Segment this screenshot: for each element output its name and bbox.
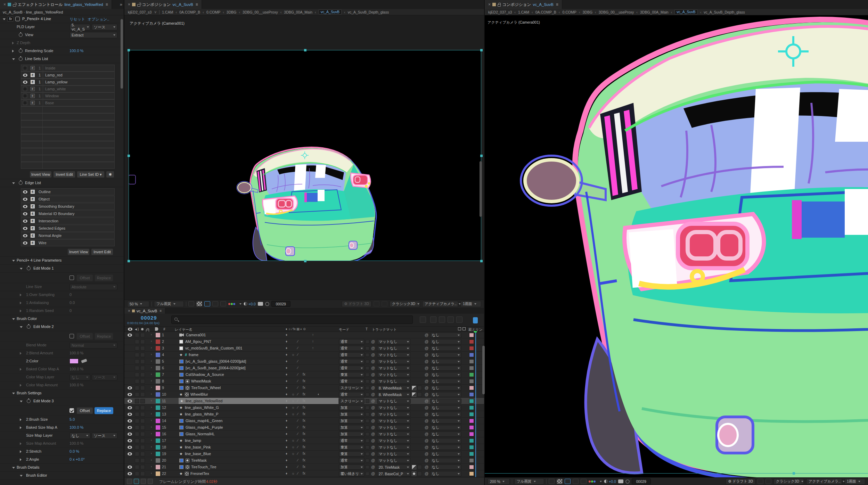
switch-anchor[interactable]: ↑ [312, 346, 314, 350]
invert-edit-button[interactable]: Invert Edit [53, 171, 75, 178]
twirl-closed-icon[interactable] [20, 418, 22, 421]
switch-fx[interactable]: fx [303, 379, 305, 383]
blend-mode-dropdown[interactable]: スクリーン [339, 398, 365, 404]
フル画質-dropdown[interactable]: フル画質 [154, 301, 184, 307]
stopwatch-icon[interactable] [27, 266, 31, 270]
track-matte-dropdown[interactable]: マットなし [377, 445, 411, 450]
breadcrumb-item[interactable]: 3DBG_00A_Main [284, 10, 312, 14]
stopwatch-icon[interactable] [27, 325, 31, 329]
blend-mode-dropdown[interactable]: 通常 [339, 339, 365, 344]
switch-slash[interactable]: ∕ [297, 432, 298, 436]
stage-scrollbar[interactable] [480, 161, 482, 217]
expand-arrow[interactable]: › [151, 346, 152, 350]
layer-row[interactable]: ›15Glass_mapHL_Purple♦∕fx加算@マットなし@なし [124, 424, 484, 431]
blend-mode-dropdown[interactable]: 加算 [339, 431, 365, 437]
comp-stage[interactable]: アクティブカメラ (Camera001) [124, 15, 484, 299]
layer-row[interactable]: ›17★line_lamp♦☼∕fx通常@マットなし@なし [124, 437, 484, 444]
switch-fx[interactable]: fx [303, 438, 305, 442]
track-matte-dropdown[interactable]: マットなし [377, 431, 411, 437]
parent-dropdown[interactable]: なし [430, 458, 461, 463]
layer-name[interactable]: AM_8gou_PNT [179, 338, 211, 345]
grid-icon[interactable] [188, 301, 194, 306]
parent-dropdown[interactable]: なし [430, 471, 461, 476]
switch-q[interactable]: ♦ [286, 412, 287, 416]
expand-arrow[interactable]: › [151, 419, 152, 422]
close-icon[interactable]: × [488, 2, 491, 7]
invert-view-button[interactable]: Invert View [30, 171, 52, 178]
switch-slash[interactable]: ∕ [297, 405, 298, 409]
switch-slash[interactable]: ∕ [297, 339, 298, 343]
edge-row[interactable]: EOutline [21, 188, 115, 195]
pickwhip-icon[interactable]: @ [425, 366, 428, 370]
twirl-closed-icon[interactable] [20, 352, 22, 355]
breadcrumb-item[interactable]: kjED2_037_s3 [488, 10, 512, 14]
line-set-row[interactable]: E1Lamp_white [21, 85, 115, 92]
expand-arrow[interactable]: › [151, 366, 152, 369]
expand-arrow[interactable]: › [151, 405, 152, 409]
checkbox[interactable] [69, 334, 74, 338]
line-set-row[interactable]: E1Lamp_red [21, 72, 115, 79]
switch-q[interactable]: ♦ [286, 438, 287, 442]
expand-arrow[interactable]: › [151, 438, 152, 442]
parent-dropdown[interactable]: なし [430, 352, 461, 357]
label-swatch[interactable] [156, 346, 160, 351]
edge-row[interactable]: ESmoothing Boundary [21, 203, 115, 210]
label-swatch[interactable] [156, 425, 160, 430]
switch-fx[interactable]: fx [303, 399, 305, 403]
line-set-row[interactable] [21, 162, 115, 169]
track-matte-dropdown[interactable]: マットなし [377, 425, 411, 430]
switch-slash[interactable]: ∕ [297, 471, 298, 475]
switch-q[interactable]: ♦ [286, 452, 287, 455]
breadcrumb-item[interactable]: vc_A_SuvB_Depth_glass [704, 10, 745, 14]
parent-dropdown[interactable]: なし [430, 438, 461, 443]
switch-q[interactable]: ♦ [286, 386, 287, 389]
parent-dropdown[interactable]: なし [430, 385, 461, 391]
label-swatch[interactable] [156, 379, 160, 384]
クラシック3D-dropdown[interactable]: クラシック3D [773, 478, 804, 485]
switch-fx[interactable]: fx [303, 419, 305, 422]
parent-dropdown[interactable]: なし [430, 445, 461, 450]
pickwhip-icon[interactable]: @ [425, 445, 428, 449]
show-snapshot-icon[interactable] [265, 302, 269, 306]
pickwhip-icon[interactable]: @ [425, 399, 428, 403]
line-set-row[interactable] [21, 127, 115, 134]
twirl-closed-icon[interactable] [20, 310, 22, 312]
pickwhip-icon[interactable]: @ [425, 452, 428, 456]
shy-icon[interactable] [439, 317, 445, 323]
dropdown[interactable]: ソース [92, 24, 117, 30]
eye-icon[interactable] [128, 466, 132, 469]
switch-slash[interactable]: ∕ [297, 425, 298, 429]
pickwhip-icon[interactable]: @ [425, 465, 428, 469]
eye-icon[interactable] [128, 433, 132, 436]
line-set-row[interactable]: E1Inside [21, 65, 115, 72]
layer-name[interactable]: TireMask [179, 457, 207, 463]
dropdown[interactable]: なし [69, 374, 90, 380]
layer-row[interactable]: ›5[vc_A_SuvB_glass_[0064-0200]pld]♦∕通常@マ… [124, 358, 484, 365]
eye-icon[interactable] [128, 413, 132, 416]
switch-slash[interactable]: ∕ [297, 445, 298, 449]
switch-slash[interactable]: ∕ [297, 399, 298, 403]
expand-arrow[interactable]: › [151, 471, 152, 475]
twirl-closed-icon[interactable] [20, 368, 22, 371]
switch-sun[interactable]: ☼ [292, 392, 295, 396]
selection-handle[interactable] [128, 155, 130, 157]
switch-slash[interactable]: ∕ [297, 379, 298, 383]
transparency-icon[interactable] [557, 479, 563, 484]
pickwhip-icon[interactable]: @ [425, 438, 428, 443]
region-icon[interactable] [581, 479, 587, 484]
breadcrumb-item[interactable]: vc_A_SuvB [674, 9, 697, 15]
parent-dropdown[interactable]: なし [430, 451, 461, 457]
layer-name[interactable]: ★line_base_Pink [179, 444, 211, 450]
current-time[interactable]: 00029 [141, 315, 157, 321]
switch-slash[interactable]: ∕ [297, 386, 298, 389]
dropdown[interactable]: Absolute [69, 284, 117, 290]
label-swatch[interactable] [156, 432, 160, 436]
color-swatch[interactable] [69, 359, 79, 364]
breadcrumb-item[interactable]: vc_A_SuvB_Depth_glass [348, 10, 389, 14]
breadcrumb-item[interactable]: 3DBG [582, 10, 592, 14]
layer-name[interactable]: ★line_base_Blue [179, 451, 211, 457]
snapshot-camera-icon[interactable] [258, 302, 263, 306]
panel-menu-icon[interactable]: ≡ [196, 2, 198, 7]
dropdown[interactable]: ソース [92, 374, 117, 380]
twirl-closed-icon[interactable] [20, 458, 22, 461]
